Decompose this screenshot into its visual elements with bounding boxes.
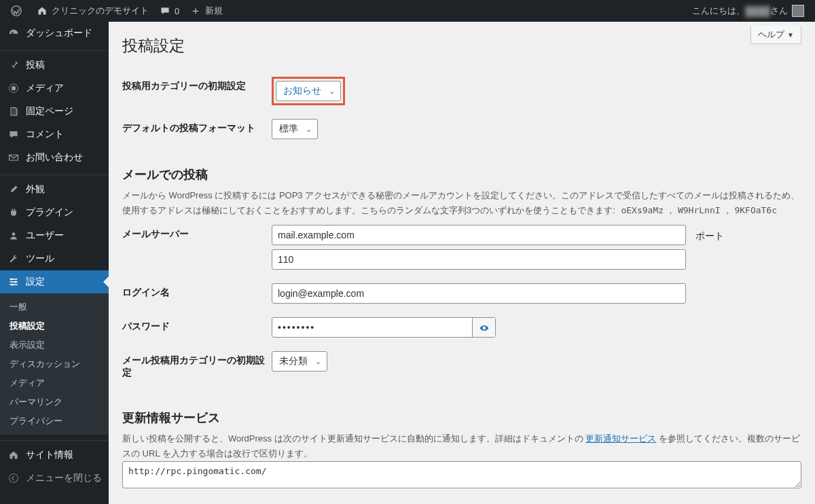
gauge-icon xyxy=(7,28,20,39)
sliders-icon xyxy=(7,276,20,288)
update-desc-before: 新しい投稿を公開すると、WordPress は次のサイト更新通知サービスに自動的… xyxy=(122,433,585,444)
collapse-icon xyxy=(7,473,20,484)
sidebar-item-users[interactable]: ユーザー xyxy=(0,224,109,247)
settings-submenu: 一般 投稿設定 表示設定 ディスカッション メディア パーマリンク プライバシー xyxy=(0,293,109,435)
comments-count[interactable]: 0 xyxy=(154,0,185,22)
sidebar-item-label: お問い合わせ xyxy=(26,151,83,164)
admin-sidebar: ダッシュボード 投稿 メディア 固定ページ コメント xyxy=(0,22,109,504)
collapse-menu[interactable]: メニューを閉じる xyxy=(0,467,109,490)
greeting-label: こんにちは、 xyxy=(692,5,745,17)
highlight-box: お知らせ ⌄ xyxy=(272,77,345,105)
media-icon xyxy=(7,83,20,94)
wp-logo[interactable] xyxy=(5,0,31,22)
sub-item-permalink[interactable]: パーマリンク xyxy=(0,393,109,412)
pin-icon xyxy=(7,60,20,71)
sidebar-item-label: ダッシュボード xyxy=(26,27,92,39)
sidebar-item-appearance[interactable]: 外観 xyxy=(0,178,109,201)
password-label: パスワード xyxy=(122,310,272,344)
sidebar-item-inquiries[interactable]: お問い合わせ xyxy=(0,146,109,169)
password-input[interactable] xyxy=(272,317,496,338)
help-label: ヘルプ xyxy=(758,29,784,41)
default-category-select[interactable]: お知らせ ⌄ xyxy=(276,81,341,101)
svg-point-4 xyxy=(10,278,12,281)
ping-services-textarea[interactable] xyxy=(122,461,801,488)
sidebar-item-plugins[interactable]: プラグイン xyxy=(0,201,109,224)
chevron-down-icon: ⌄ xyxy=(306,125,312,134)
user-icon xyxy=(7,230,20,242)
sidebar-item-site-info[interactable]: サイト情報 xyxy=(0,444,109,467)
sidebar-item-label: 外観 xyxy=(26,183,45,196)
token-1: oEXs9aMz xyxy=(617,204,667,217)
new-content[interactable]: ＋ 新規 xyxy=(185,0,228,22)
sub-item-writing[interactable]: 投稿設定 xyxy=(0,317,109,336)
comment-icon xyxy=(160,5,170,17)
sidebar-item-label: ツール xyxy=(26,253,54,265)
mail-category-select[interactable]: 未分類 ⌄ xyxy=(272,351,327,372)
login-name-label: ログイン名 xyxy=(122,276,272,310)
mail-server-input[interactable] xyxy=(272,225,686,245)
default-format-label: デフォルトの投稿フォーマット xyxy=(122,112,272,146)
mail-icon xyxy=(7,152,20,164)
comments-count-value: 0 xyxy=(175,6,179,16)
sidebar-item-label: ユーザー xyxy=(26,230,64,242)
admin-bar: クリニックのデモサイト 0 ＋ 新規 こんにちは、 ████ さん xyxy=(0,0,815,22)
account-menu[interactable]: こんにちは、 ████ さん xyxy=(687,0,810,22)
sidebar-item-tools[interactable]: ツール xyxy=(0,247,109,270)
svg-point-5 xyxy=(15,281,17,283)
sub-item-privacy[interactable]: プライバシー xyxy=(0,412,109,431)
sub-item-discussion[interactable]: ディスカッション xyxy=(0,355,109,374)
sidebar-item-pages[interactable]: 固定ページ xyxy=(0,100,109,123)
sidebar-item-label: プラグイン xyxy=(26,206,73,219)
sub-item-general[interactable]: 一般 xyxy=(0,298,109,317)
mail-server-label: メールサーバー xyxy=(122,218,272,276)
sidebar-item-label: 投稿 xyxy=(26,59,45,71)
mail-section-heading: メールでの投稿 xyxy=(122,166,801,183)
sidebar-item-label: 固定ページ xyxy=(26,105,73,118)
mail-section-desc: メールから WordPress に投稿するには POP3 アクセスができる秘密の… xyxy=(122,188,801,218)
sub-item-reading[interactable]: 表示設定 xyxy=(0,336,109,355)
update-services-heading: 更新情報サービス xyxy=(122,410,801,426)
sidebar-item-dashboard[interactable]: ダッシュボード xyxy=(0,22,109,45)
chevron-down-icon: ⌄ xyxy=(329,87,335,96)
port-label: ポート xyxy=(695,230,724,241)
pages-icon xyxy=(7,106,20,118)
select-value: 標準 xyxy=(279,123,298,135)
update-services-desc: 新しい投稿を公開すると、WordPress は次のサイト更新通知サービスに自動的… xyxy=(122,431,801,461)
eye-icon xyxy=(479,321,490,334)
help-tab[interactable]: ヘルプ ▼ xyxy=(750,26,801,44)
svg-point-1 xyxy=(12,86,16,90)
home-icon xyxy=(7,450,20,461)
sidebar-item-label: 設定 xyxy=(26,276,45,288)
sidebar-item-comments[interactable]: コメント xyxy=(0,123,109,146)
token-2: W9HrLnnI xyxy=(674,204,724,217)
home-icon xyxy=(37,5,48,17)
sidebar-item-label: メディア xyxy=(26,82,64,94)
sidebar-item-posts[interactable]: 投稿 xyxy=(0,54,109,77)
page-title: 投稿設定 xyxy=(122,35,801,56)
sub-item-media[interactable]: メディア xyxy=(0,374,109,393)
token-3: 9KFOaT6c xyxy=(731,204,780,217)
new-content-label: 新規 xyxy=(205,5,223,17)
sidebar-item-media[interactable]: メディア xyxy=(0,77,109,100)
default-format-select[interactable]: 標準 ⌄ xyxy=(272,119,318,139)
wrench-icon xyxy=(7,253,20,265)
login-name-input[interactable] xyxy=(272,283,686,304)
toggle-password-visibility[interactable] xyxy=(472,318,495,337)
content-area: ヘルプ ▼ 投稿設定 投稿用カテゴリーの初期設定 お知らせ ⌄ デフォルトの投稿… xyxy=(109,22,815,504)
mail-category-label: メール投稿用カテゴリーの初期設定 xyxy=(122,344,272,389)
svg-point-6 xyxy=(12,284,14,286)
plug-icon xyxy=(7,207,20,219)
chevron-down-icon: ▼ xyxy=(787,31,794,39)
plus-icon: ＋ xyxy=(190,5,201,16)
update-services-link[interactable]: 更新通知サービス xyxy=(585,433,656,444)
default-category-label: 投稿用カテゴリーの初期設定 xyxy=(122,70,272,112)
mail-port-input[interactable] xyxy=(272,249,686,270)
sidebar-item-settings[interactable]: 設定 xyxy=(0,270,109,293)
select-value: 未分類 xyxy=(279,355,308,367)
comment-icon xyxy=(7,129,20,141)
chevron-down-icon: ⌄ xyxy=(315,357,321,366)
site-title[interactable]: クリニックのデモサイト xyxy=(31,0,154,22)
sidebar-item-label: メニューを閉じる xyxy=(26,472,102,484)
avatar xyxy=(792,5,804,17)
sidebar-item-label: サイト情報 xyxy=(26,449,73,461)
